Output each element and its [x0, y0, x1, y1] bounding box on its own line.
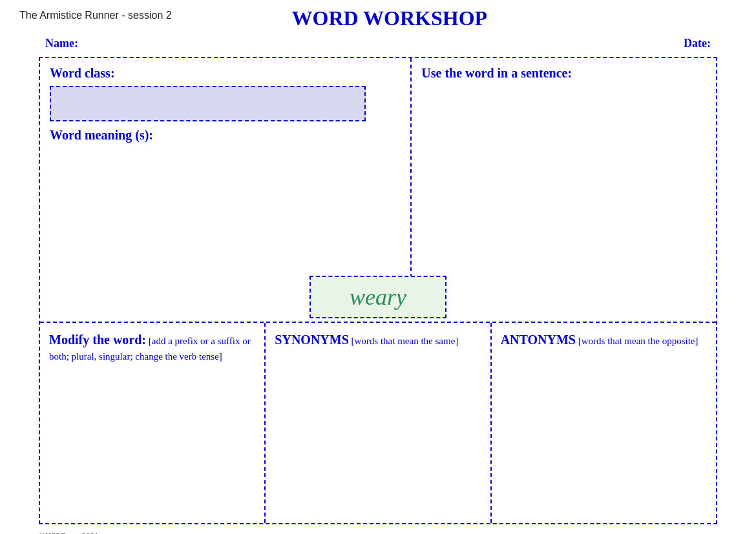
synonyms-label: SYNONYMS [words that mean the same]	[275, 331, 481, 349]
modify-column: Modify the word: [add a prefix or a suff…	[40, 323, 266, 523]
antonyms-label: ANTONYMS [words that mean the opposite]	[501, 331, 707, 349]
synonyms-normal: [words that mean the same]	[349, 336, 459, 346]
main-title: WORD WORKSHOP	[172, 6, 607, 30]
center-word: weary	[310, 276, 446, 318]
modify-bold: Modify the word:	[49, 333, 146, 347]
worksheet-container: Word class: Word meaning (s): Use the wo…	[39, 57, 717, 524]
name-label: Name:	[45, 37, 78, 50]
word-class-label: Word class:	[50, 66, 401, 81]
footer: ©KS2Gems 2021	[19, 531, 737, 534]
antonyms-normal: [words that mean the opposite]	[576, 336, 698, 346]
session-label: The Armistice Runner - session 2	[19, 10, 172, 21]
date-label: Date:	[684, 37, 711, 50]
right-panel: Use the word in a sentence:	[412, 58, 716, 278]
word-meaning-label: Word meaning (s):	[50, 128, 401, 143]
use-sentence-label: Use the word in a sentence:	[421, 66, 706, 81]
antonyms-column: ANTONYMS [words that mean the opposite]	[492, 323, 716, 523]
bottom-section: Modify the word: [add a prefix or a suff…	[40, 323, 716, 523]
word-class-input-box[interactable]	[50, 86, 366, 121]
synonyms-column: SYNONYMS [words that mean the same]	[266, 323, 491, 523]
modify-label: Modify the word: [add a prefix or a suff…	[49, 331, 255, 364]
left-panel: Word class: Word meaning (s):	[40, 58, 412, 278]
word-center-row: weary	[40, 278, 716, 323]
copyright-text: ©KS2Gems 2021	[39, 531, 99, 534]
antonyms-bold: ANTONYMS	[501, 333, 576, 347]
synonyms-bold: SYNONYMS	[275, 333, 348, 347]
